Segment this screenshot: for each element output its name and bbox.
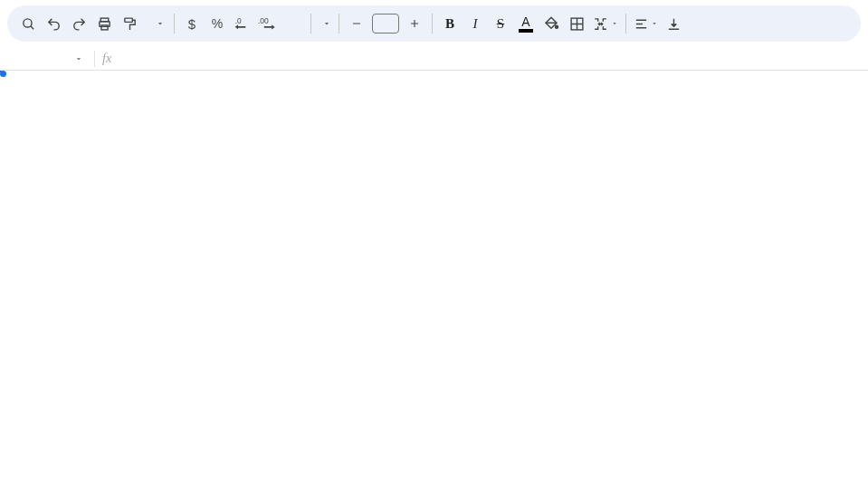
borders-button[interactable] — [565, 11, 588, 36]
chevron-down-icon — [322, 17, 331, 31]
print-button[interactable] — [92, 11, 116, 36]
currency-button[interactable]: $ — [180, 11, 204, 36]
name-box[interactable] — [7, 50, 71, 68]
separator — [625, 14, 626, 34]
strikethrough-button[interactable]: S — [489, 11, 512, 36]
redo-button[interactable] — [67, 11, 91, 36]
undo-button[interactable] — [42, 11, 65, 36]
italic-button[interactable]: I — [463, 11, 487, 36]
svg-rect-5 — [124, 18, 132, 22]
fx-icon: fx — [102, 52, 111, 66]
zoom-dropdown[interactable] — [143, 17, 168, 31]
number-format-button[interactable] — [281, 11, 305, 36]
search-icon[interactable] — [16, 11, 40, 36]
chevron-down-icon — [651, 20, 658, 27]
horizontal-align-button[interactable] — [632, 11, 660, 36]
font-size-input[interactable] — [372, 14, 399, 34]
bold-button[interactable]: B — [438, 11, 462, 36]
chevron-down-icon — [156, 17, 165, 31]
text-color-button[interactable]: A — [514, 11, 538, 36]
selection-outline — [0, 71, 2, 72]
separator — [94, 51, 95, 67]
fill-color-button[interactable] — [539, 11, 563, 36]
svg-point-11 — [556, 25, 558, 28]
decrease-decimal-button[interactable]: .0 — [231, 11, 254, 36]
svg-text:.0: .0 — [235, 16, 242, 25]
toolbar-container: $ % .0 .00 B I S A — [0, 0, 868, 42]
chevron-down-icon — [611, 20, 618, 27]
svg-line-1 — [30, 25, 33, 28]
name-box-dropdown[interactable] — [71, 54, 87, 63]
toolbar: $ % .0 .00 B I S A — [7, 5, 861, 42]
separator — [432, 14, 433, 34]
vertical-align-button[interactable] — [662, 11, 685, 36]
increase-font-size-button[interactable] — [403, 11, 426, 36]
separator — [310, 14, 311, 34]
merge-cells-button[interactable] — [590, 11, 620, 36]
decrease-font-size-button[interactable] — [345, 11, 368, 36]
separator — [174, 14, 175, 34]
separator — [339, 14, 339, 34]
svg-point-0 — [23, 18, 31, 26]
formula-input[interactable] — [111, 47, 868, 70]
font-size-group — [345, 11, 426, 36]
selection-handle[interactable] — [0, 71, 6, 77]
formula-bar-row: fx — [0, 47, 868, 71]
paint-format-button[interactable] — [118, 11, 141, 36]
font-family-dropdown[interactable] — [317, 17, 333, 31]
svg-text:.00: .00 — [258, 16, 269, 25]
percent-button[interactable]: % — [205, 11, 229, 36]
increase-decimal-button[interactable]: .00 — [256, 11, 280, 36]
